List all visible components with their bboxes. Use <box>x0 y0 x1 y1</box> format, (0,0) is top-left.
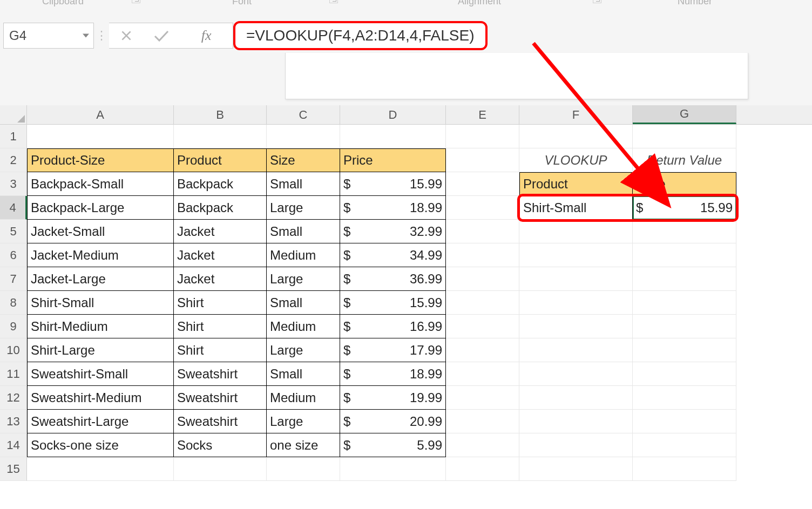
row-header[interactable]: 7 <box>0 267 27 291</box>
cell-A5[interactable]: Jacket-Small <box>27 220 174 243</box>
cell-E15[interactable] <box>446 457 519 481</box>
row-header[interactable]: 11 <box>0 362 27 386</box>
cell-E1[interactable] <box>446 125 519 148</box>
cell-D13[interactable]: $20.99 <box>340 410 446 433</box>
cell-E5[interactable] <box>446 220 519 243</box>
insert-function-button[interactable]: fx <box>190 28 222 44</box>
cell-F14[interactable] <box>519 433 633 457</box>
col-header-E[interactable]: E <box>446 105 519 124</box>
col-header-D[interactable]: D <box>340 105 446 124</box>
cell-D4[interactable]: $18.99 <box>340 196 446 220</box>
cell-E3[interactable] <box>446 172 519 196</box>
cell-F13[interactable] <box>519 410 633 433</box>
cell-G14[interactable] <box>633 433 736 457</box>
cell-F12[interactable] <box>519 386 633 410</box>
row-header[interactable]: 2 <box>0 148 27 172</box>
cell-G2[interactable]: Return Value <box>633 148 736 172</box>
cell-G12[interactable] <box>633 386 736 410</box>
cancel-icon[interactable] <box>119 29 133 43</box>
cell-G3[interactable]: Price <box>633 172 736 196</box>
cell-C1[interactable] <box>267 125 340 148</box>
dialog-launcher-icon[interactable] <box>329 0 338 3</box>
cell-B10[interactable]: Shirt <box>174 338 267 362</box>
cell-E8[interactable] <box>446 291 519 315</box>
cell-D2[interactable]: Price <box>340 148 446 172</box>
row-header[interactable]: 1 <box>0 125 27 148</box>
cell-C6[interactable]: Medium <box>267 243 340 267</box>
cell-B11[interactable]: Sweatshirt <box>174 362 267 386</box>
enter-icon[interactable] <box>153 29 170 43</box>
cell-C3[interactable]: Small <box>267 172 340 196</box>
cell-D7[interactable]: $36.99 <box>340 267 446 291</box>
cell-D3[interactable]: $15.99 <box>340 172 446 196</box>
cell-A12[interactable]: Sweatshirt-Medium <box>27 386 174 410</box>
row-header[interactable]: 13 <box>0 410 27 433</box>
cell-C15[interactable] <box>267 457 340 481</box>
cell-C8[interactable]: Small <box>267 291 340 315</box>
cell-B8[interactable]: Shirt <box>174 291 267 315</box>
cell-B2[interactable]: Product <box>174 148 267 172</box>
cell-F10[interactable] <box>519 338 633 362</box>
cell-F11[interactable] <box>519 362 633 386</box>
cell-B14[interactable]: Socks <box>174 433 267 457</box>
cell-A6[interactable]: Jacket-Medium <box>27 243 174 267</box>
cell-G5[interactable] <box>633 220 736 243</box>
row-header[interactable]: 15 <box>0 457 27 481</box>
col-header-B[interactable]: B <box>174 105 267 124</box>
cell-F8[interactable] <box>519 291 633 315</box>
row-header[interactable]: 6 <box>0 243 27 267</box>
formula-bar-expand[interactable] <box>285 53 748 99</box>
cell-F7[interactable] <box>519 267 633 291</box>
row-header[interactable]: 5 <box>0 220 27 243</box>
select-all-corner[interactable] <box>0 105 27 124</box>
cell-D6[interactable]: $34.99 <box>340 243 446 267</box>
cell-A15[interactable] <box>27 457 174 481</box>
cell-C2[interactable]: Size <box>267 148 340 172</box>
cell-A2[interactable]: Product-Size <box>27 148 174 172</box>
cell-F3[interactable]: Product <box>519 172 633 196</box>
cell-A1[interactable] <box>27 125 174 148</box>
cell-G4[interactable]: $15.99 <box>633 196 736 220</box>
cell-F4[interactable]: Shirt-Small <box>519 196 633 220</box>
cell-F2[interactable]: VLOOKUP <box>519 148 633 172</box>
cell-D14[interactable]: $5.99 <box>340 433 446 457</box>
cell-E14[interactable] <box>446 433 519 457</box>
cell-B7[interactable]: Jacket <box>174 267 267 291</box>
cell-A10[interactable]: Shirt-Large <box>27 338 174 362</box>
cell-B12[interactable]: Sweatshirt <box>174 386 267 410</box>
col-header-G[interactable]: G <box>633 105 736 124</box>
col-header-F[interactable]: F <box>519 105 633 124</box>
cell-B5[interactable]: Jacket <box>174 220 267 243</box>
cell-G7[interactable] <box>633 267 736 291</box>
cell-E2[interactable] <box>446 148 519 172</box>
cell-C4[interactable]: Large <box>267 196 340 220</box>
cell-C7[interactable]: Large <box>267 267 340 291</box>
cell-C9[interactable]: Medium <box>267 315 340 338</box>
cell-A11[interactable]: Sweatshirt-Small <box>27 362 174 386</box>
cell-D11[interactable]: $18.99 <box>340 362 446 386</box>
cell-E13[interactable] <box>446 410 519 433</box>
cell-A13[interactable]: Sweatshirt-Large <box>27 410 174 433</box>
cell-G11[interactable] <box>633 362 736 386</box>
cell-A3[interactable]: Backpack-Small <box>27 172 174 196</box>
cell-A14[interactable]: Socks-one size <box>27 433 174 457</box>
cell-A4[interactable]: Backpack-Large <box>27 196 174 220</box>
row-header[interactable]: 8 <box>0 291 27 315</box>
cell-G6[interactable] <box>633 243 736 267</box>
cell-G8[interactable] <box>633 291 736 315</box>
cell-D9[interactable]: $16.99 <box>340 315 446 338</box>
cell-E11[interactable] <box>446 362 519 386</box>
cell-E7[interactable] <box>446 267 519 291</box>
cell-D5[interactable]: $32.99 <box>340 220 446 243</box>
cell-A9[interactable]: Shirt-Medium <box>27 315 174 338</box>
row-header[interactable]: 4 <box>0 196 27 220</box>
cell-G9[interactable] <box>633 315 736 338</box>
cell-F6[interactable] <box>519 243 633 267</box>
name-box[interactable]: G4 <box>3 23 94 49</box>
row-header[interactable]: 9 <box>0 315 27 338</box>
cell-D10[interactable]: $17.99 <box>340 338 446 362</box>
cell-F9[interactable] <box>519 315 633 338</box>
row-header[interactable]: 14 <box>0 433 27 457</box>
cell-A7[interactable]: Jacket-Large <box>27 267 174 291</box>
cell-B4[interactable]: Backpack <box>174 196 267 220</box>
